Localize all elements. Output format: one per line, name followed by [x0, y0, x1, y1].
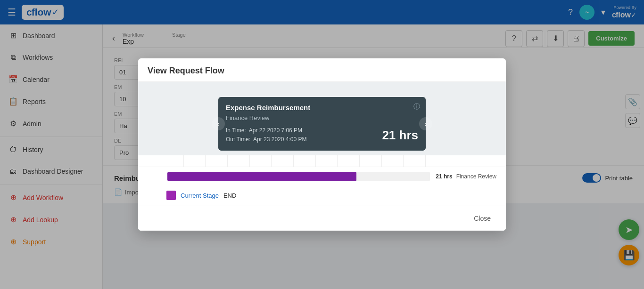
- in-time-value: Apr 22 2020 7:06 PM: [249, 127, 302, 134]
- gantt-col-3: [206, 155, 228, 167]
- gantt-row: 21 hrs Finance Review: [148, 172, 496, 181]
- current-stage-label: Current Stage: [181, 192, 219, 199]
- tooltip-info-icon: ⓘ: [413, 103, 420, 111]
- gantt-area: 21 hrs Finance Review: [138, 167, 506, 188]
- gantt-stage-label: Finance Review: [456, 173, 496, 180]
- tooltip-times: In Time: Apr 22 2020 7:06 PM Out Time: A…: [226, 126, 306, 144]
- tooltip-card-header: Expense Reimbursement: [226, 104, 418, 112]
- modal-close-button[interactable]: Close: [468, 212, 496, 225]
- gantt-col-10: [360, 155, 382, 167]
- gantt-col-2: [184, 155, 206, 167]
- gantt-bar-container: [167, 172, 430, 181]
- gantt-hours: 21 hrs: [436, 173, 452, 180]
- tooltip-workflow-name: Expense Reimbursement: [226, 104, 310, 112]
- modal-body: ‹ › ⓘ Expense Reimbursement Finance Revi…: [138, 82, 506, 206]
- tooltip-stage: Finance Review: [226, 114, 418, 121]
- gantt-col-5: [250, 155, 272, 167]
- tooltip-nav-right-btn[interactable]: ›: [419, 117, 432, 130]
- current-stage-value: END: [223, 192, 236, 199]
- gantt-col-4: [228, 155, 250, 167]
- in-time-row: In Time: Apr 22 2020 7:06 PM: [226, 126, 306, 135]
- modal-header: View Request Flow: [138, 58, 506, 82]
- gantt-col-12: [404, 155, 426, 167]
- out-time-row: Out Time: Apr 23 2020 4:00 PM: [226, 135, 306, 144]
- tooltip-card: ‹ › ⓘ Expense Reimbursement Finance Revi…: [218, 97, 426, 151]
- gantt-col-6: [272, 155, 294, 167]
- tooltip-nav-left-btn[interactable]: ‹: [212, 117, 225, 130]
- gantt-col-1: [162, 155, 184, 167]
- tooltip-info: In Time: Apr 22 2020 7:06 PM Out Time: A…: [226, 126, 418, 144]
- tooltip-hours: 21 hrs: [382, 128, 418, 143]
- gantt-col-7: [294, 155, 316, 167]
- modal-overlay: View Request Flow ‹ › ⓘ Expense Reimburs…: [0, 0, 644, 289]
- modal-title: View Request Flow: [148, 66, 224, 75]
- out-time-value: Apr 23 2020 4:00 PM: [253, 136, 306, 143]
- stage-color-indicator: [166, 191, 176, 200]
- current-stage-row: Current Stage END: [138, 188, 506, 206]
- gantt-col-9: [338, 155, 360, 167]
- out-time-label: Out Time:: [226, 136, 250, 143]
- gantt-bar-label: 21 hrs Finance Review: [436, 173, 496, 180]
- modal-footer: Close: [138, 206, 506, 231]
- gantt-col-8: [316, 155, 338, 167]
- modal-box: View Request Flow ‹ › ⓘ Expense Reimburs…: [138, 58, 506, 231]
- gantt-header: [138, 155, 506, 167]
- gantt-bar-fill: [167, 172, 356, 181]
- in-time-label: In Time:: [226, 127, 246, 134]
- gantt-col-11: [382, 155, 404, 167]
